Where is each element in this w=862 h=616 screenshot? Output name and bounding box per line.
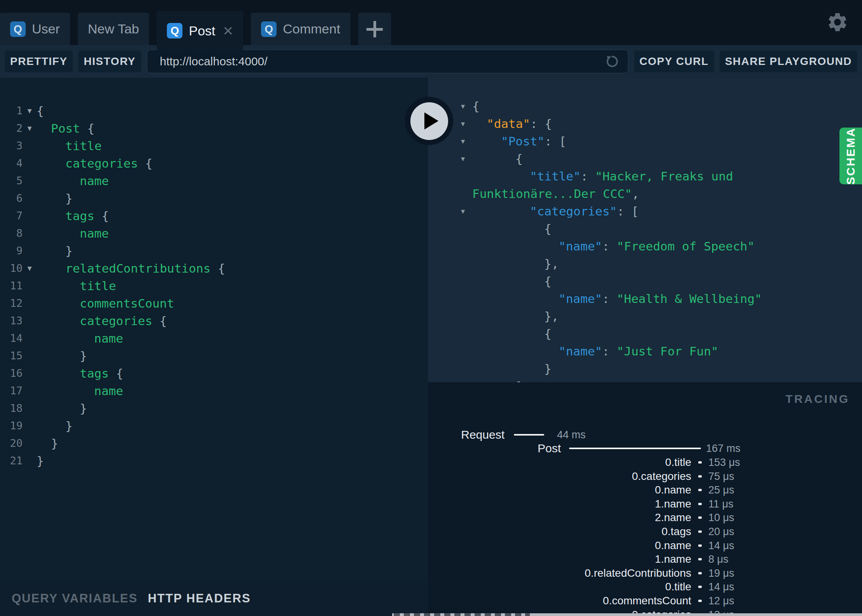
line-number: 1 bbox=[0, 105, 23, 117]
query-editor[interactable]: 1▾{2▾Post {3title4categories {5name6}7ta… bbox=[0, 78, 428, 581]
code-token: ] bbox=[515, 379, 523, 383]
tracing-label: 0.name bbox=[655, 484, 691, 496]
code-token: "Post" bbox=[501, 134, 545, 148]
close-tab-icon[interactable]: × bbox=[223, 22, 233, 39]
query-badge: Q bbox=[167, 23, 182, 38]
code-token: } bbox=[544, 362, 552, 376]
tracing-row: 1.name11 μs bbox=[428, 497, 862, 511]
code-token: "categories" bbox=[530, 204, 617, 218]
fold-arrow-icon[interactable]: ▾ bbox=[461, 206, 472, 216]
line-number: 17 bbox=[0, 385, 23, 397]
line-number: 12 bbox=[0, 297, 23, 309]
code-token: name bbox=[80, 226, 109, 240]
tracing-label: 0.categories bbox=[632, 470, 691, 483]
query-variables-tab[interactable]: QUERY VARIABLES bbox=[12, 592, 138, 606]
line-number: 2 bbox=[0, 122, 23, 134]
http-headers-tab[interactable]: HTTP HEADERS bbox=[148, 592, 251, 606]
response-viewer: ▾{▾"data": {▾"Post": [▾{"title": "Hacker… bbox=[428, 78, 862, 382]
tracing-title: TRACING bbox=[785, 392, 850, 406]
tracing-duration: 10 μs bbox=[708, 512, 734, 524]
tracing-row: 0.tags20 μs bbox=[428, 525, 862, 539]
settings-button[interactable] bbox=[826, 11, 849, 33]
code-token: categories bbox=[65, 156, 145, 170]
tracing-label: 0.name bbox=[655, 539, 691, 552]
editor-line[interactable]: 9} bbox=[0, 242, 428, 259]
tracing-duration: 11 μs bbox=[708, 498, 734, 510]
tracing-duration: 19 μs bbox=[708, 567, 734, 579]
code-token: tags bbox=[65, 209, 102, 223]
editor-line[interactable]: 13categories { bbox=[0, 312, 428, 329]
editor-line[interactable]: 7tags { bbox=[0, 207, 428, 224]
editor-line[interactable]: 6} bbox=[0, 189, 428, 207]
copy-curl-button[interactable]: COPY CURL bbox=[634, 51, 714, 72]
code-token: "name" bbox=[559, 292, 602, 306]
code-token: "Health & Wellbeing" bbox=[617, 292, 762, 306]
line-number: 7 bbox=[0, 210, 23, 222]
prettify-button[interactable]: PRETTIFY bbox=[5, 51, 73, 72]
share-playground-button[interactable]: SHARE PLAYGROUND bbox=[720, 51, 857, 72]
query-badge: Q bbox=[261, 21, 277, 37]
query-badge: Q bbox=[10, 21, 26, 37]
tracing-label: 0.title bbox=[665, 456, 691, 469]
code-token: "name" bbox=[559, 344, 602, 358]
refetch-schema-icon[interactable] bbox=[604, 53, 621, 70]
endpoint-input[interactable]: http://localhost:4000/ bbox=[147, 49, 629, 74]
code-token: Post bbox=[51, 121, 87, 135]
code-token: { bbox=[145, 156, 152, 170]
editor-line[interactable]: 21} bbox=[0, 452, 428, 469]
fold-arrow-icon[interactable]: ▾ bbox=[461, 154, 472, 163]
tracing-label: 0.relatedContributions bbox=[585, 567, 691, 579]
line-number: 19 bbox=[0, 420, 23, 432]
tab-comment[interactable]: QComment bbox=[251, 13, 350, 45]
tab-new-tab[interactable]: New Tab bbox=[78, 13, 149, 45]
editor-line[interactable]: 1▾{ bbox=[0, 102, 428, 119]
editor-line[interactable]: 17name bbox=[0, 382, 428, 399]
fold-arrow-icon[interactable]: ▾ bbox=[23, 263, 37, 273]
line-number: 13 bbox=[0, 315, 23, 327]
fold-arrow-icon[interactable]: ▾ bbox=[23, 123, 37, 133]
response-line: { bbox=[428, 272, 862, 290]
editor-line[interactable]: 2▾Post { bbox=[0, 119, 428, 137]
fold-arrow-icon[interactable]: ▾ bbox=[461, 119, 472, 128]
tracing-duration: 75 μs bbox=[708, 470, 734, 482]
execute-query-button[interactable] bbox=[405, 97, 453, 145]
response-line: } bbox=[428, 360, 862, 377]
tracing-duration: 14 μs bbox=[708, 539, 734, 551]
editor-line[interactable]: 11title bbox=[0, 277, 428, 294]
line-number: 14 bbox=[0, 332, 23, 344]
tracing-duration: 167 ms bbox=[706, 443, 741, 455]
new-tab-button[interactable] bbox=[358, 13, 391, 45]
code-token: } bbox=[65, 419, 73, 433]
editor-line[interactable]: 20} bbox=[0, 434, 428, 452]
code-token: { bbox=[545, 117, 552, 131]
tracing-row: 0.name25 μs bbox=[428, 483, 862, 497]
fold-arrow-icon[interactable]: ▾ bbox=[461, 136, 472, 146]
editor-line[interactable]: 19} bbox=[0, 417, 428, 434]
line-number: 8 bbox=[0, 227, 23, 239]
editor-line[interactable]: 10▾relatedContributions { bbox=[0, 259, 428, 277]
history-button[interactable]: HISTORY bbox=[78, 51, 141, 72]
tab-user[interactable]: QUser bbox=[0, 13, 70, 45]
editor-line[interactable]: 5name bbox=[0, 172, 428, 189]
editor-line[interactable]: 14name bbox=[0, 329, 428, 347]
editor-line[interactable]: 4categories { bbox=[0, 154, 428, 172]
horizontal-scrollbar[interactable] bbox=[392, 613, 862, 616]
code-token: { bbox=[116, 366, 123, 380]
editor-line[interactable]: 8name bbox=[0, 224, 428, 242]
schema-tab[interactable]: SCHEMA bbox=[839, 128, 862, 184]
code-token: name bbox=[80, 174, 109, 188]
editor-line[interactable]: 3title bbox=[0, 137, 428, 154]
editor-line[interactable]: 15} bbox=[0, 347, 428, 364]
tracing-dash bbox=[698, 489, 702, 491]
editor-line[interactable]: 18} bbox=[0, 399, 428, 417]
fold-arrow-icon[interactable]: ▾ bbox=[461, 102, 472, 111]
code-token: { bbox=[515, 152, 523, 166]
tracing-duration: 14 μs bbox=[708, 581, 734, 593]
response-line: { bbox=[428, 325, 862, 342]
tracing-row: 0.commentsCount12 μs bbox=[428, 594, 862, 608]
editor-line[interactable]: 16tags { bbox=[0, 364, 428, 382]
fold-arrow-icon[interactable]: ▾ bbox=[23, 106, 37, 116]
tab-post[interactable]: QPost× bbox=[157, 11, 243, 51]
code-token: } bbox=[65, 191, 73, 205]
editor-line[interactable]: 12commentsCount bbox=[0, 294, 428, 312]
